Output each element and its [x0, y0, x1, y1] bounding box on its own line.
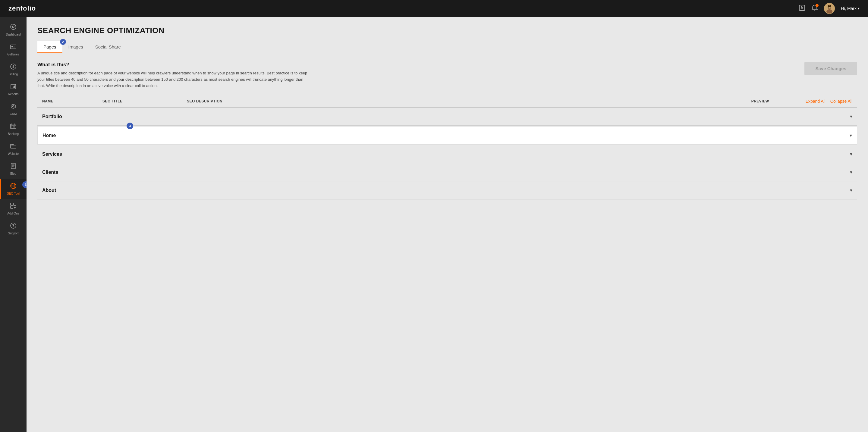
- expand-all-button[interactable]: Expand All: [806, 99, 826, 104]
- svg-rect-35: [11, 127, 12, 127]
- user-greeting[interactable]: Hi, Mark ▾: [841, 6, 860, 11]
- sidebar-label-crm: CRM: [10, 112, 17, 116]
- table-header: NAME SEO TITLE SEO DESCRIPTION PREVIEW E…: [37, 95, 857, 107]
- svg-rect-36: [13, 127, 14, 127]
- sidebar-label-add-ons: Add-Ons: [7, 212, 19, 215]
- sidebar-label-seo-tool: SEO Tool: [7, 192, 20, 195]
- website-icon: [10, 143, 17, 151]
- accordion-row-portfolio[interactable]: Portfolio ▾: [37, 107, 857, 126]
- col-header-name: NAME: [42, 99, 102, 103]
- sidebar-label-blog: Blog: [10, 172, 16, 175]
- sidebar-item-reports[interactable]: Reports: [0, 79, 27, 99]
- svg-rect-37: [14, 127, 15, 127]
- accordion-row-services[interactable]: Services ▾: [37, 145, 857, 163]
- sidebar-label-website: Website: [8, 152, 19, 156]
- svg-text:$: $: [12, 65, 14, 68]
- sidebar-label-galleries: Galleries: [7, 53, 19, 56]
- accordion-title-about: About: [42, 188, 56, 193]
- notification-dot: [815, 4, 818, 7]
- svg-rect-43: [11, 163, 16, 169]
- svg-rect-52: [10, 206, 13, 208]
- svg-rect-50: [10, 203, 13, 205]
- svg-point-14: [12, 26, 14, 28]
- sidebar-item-selling[interactable]: $ Selling: [0, 60, 27, 79]
- svg-point-11: [830, 7, 830, 8]
- sidebar-label-support: Support: [8, 232, 19, 235]
- seo-tool-icon: [10, 182, 17, 191]
- logo-text: zen: [8, 4, 21, 12]
- svg-rect-1: [801, 7, 803, 8]
- accordion-title-clients: Clients: [42, 170, 58, 175]
- sidebar-item-seo-tool[interactable]: SEO Tool 1: [0, 179, 27, 199]
- svg-rect-12: [828, 6, 831, 7]
- sidebar-item-crm[interactable]: CRM: [0, 99, 27, 119]
- notification-icon[interactable]: [811, 4, 818, 13]
- tab-images[interactable]: Images: [62, 41, 89, 53]
- svg-point-30: [13, 106, 14, 107]
- svg-point-42: [13, 144, 14, 145]
- save-changes-button[interactable]: Save Changes: [804, 62, 857, 75]
- avatar[interactable]: [824, 3, 835, 14]
- sidebar-item-booking[interactable]: Booking: [0, 119, 27, 139]
- svg-rect-3: [801, 6, 802, 7]
- logo-bold: folio: [21, 4, 36, 12]
- info-section: What is this? A unique title and descrip…: [37, 53, 857, 95]
- tabs: Pages 2 Images Social Share: [37, 41, 857, 53]
- svg-point-40: [11, 144, 12, 145]
- col-header-seo-title: SEO TITLE: [102, 99, 187, 103]
- top-header: zenfolio: [0, 0, 868, 17]
- sidebar-item-add-ons[interactable]: Add-Ons: [0, 199, 27, 219]
- svg-point-41: [12, 144, 13, 145]
- selling-icon: $: [10, 63, 17, 71]
- chevron-clients: ▾: [850, 169, 852, 175]
- sidebar: Dashboard Galleries $ Sell: [0, 17, 27, 432]
- tab-social-share-label: Social Share: [95, 44, 121, 49]
- support-icon: ?: [10, 222, 17, 230]
- svg-text:?: ?: [12, 224, 14, 228]
- col-header-preview: PREVIEW: [751, 99, 806, 103]
- content-area: SEARCH ENGINE OPTIMIZATION Pages 2 Image…: [27, 17, 868, 432]
- sidebar-label-booking: Booking: [8, 132, 19, 136]
- info-description: A unique title and description for each …: [37, 70, 309, 89]
- tab-pages[interactable]: Pages 2: [37, 41, 62, 53]
- header-right: Hi, Mark ▾: [799, 3, 860, 14]
- accordion-list: Portfolio ▾ Home ▾ 3 Services ▾ Clients …: [37, 107, 857, 199]
- chevron-about: ▾: [850, 188, 852, 193]
- info-heading: What is this?: [37, 62, 309, 68]
- sidebar-item-dashboard[interactable]: Dashboard: [0, 20, 27, 40]
- svg-rect-2: [801, 8, 803, 9]
- tab-images-label: Images: [68, 44, 83, 49]
- reports-icon: [10, 83, 17, 91]
- chevron-services: ▾: [850, 151, 852, 157]
- svg-rect-51: [13, 203, 16, 205]
- sidebar-item-website[interactable]: Website: [0, 139, 27, 159]
- accordion-title-home: Home: [42, 133, 56, 138]
- info-icon[interactable]: [799, 4, 805, 13]
- svg-rect-19: [10, 45, 16, 49]
- accordion-row-about[interactable]: About ▾: [37, 181, 857, 199]
- tour-badge-1: 1: [22, 181, 27, 188]
- tab-social-share[interactable]: Social Share: [89, 41, 127, 53]
- logo: zenfolio: [8, 4, 36, 12]
- crm-icon: [10, 103, 17, 111]
- galleries-icon: [10, 43, 17, 52]
- sidebar-item-support[interactable]: ? Support: [0, 219, 27, 239]
- accordion-row-home[interactable]: Home ▾: [37, 126, 857, 144]
- main-layout: Dashboard Galleries $ Sell: [0, 17, 868, 432]
- tab-pages-label: Pages: [43, 44, 56, 49]
- sidebar-item-blog[interactable]: Blog: [0, 159, 27, 179]
- chevron-down-icon: ▾: [858, 6, 860, 10]
- svg-point-6: [827, 9, 832, 13]
- sidebar-item-galleries[interactable]: Galleries: [0, 40, 27, 60]
- add-ons-icon: [10, 202, 17, 210]
- collapse-all-button[interactable]: Collapse All: [830, 99, 852, 104]
- sidebar-label-selling: Selling: [9, 73, 18, 76]
- svg-rect-20: [11, 46, 13, 47]
- sidebar-label-reports: Reports: [8, 93, 19, 96]
- chevron-portfolio: ▾: [850, 113, 852, 119]
- table-actions: Expand All Collapse All: [806, 99, 852, 104]
- accordion-title-portfolio: Portfolio: [42, 114, 62, 119]
- accordion-row-clients[interactable]: Clients ▾: [37, 163, 857, 181]
- greeting-text: Hi, Mark: [841, 6, 857, 11]
- page-title: SEARCH ENGINE OPTIMIZATION: [37, 26, 857, 35]
